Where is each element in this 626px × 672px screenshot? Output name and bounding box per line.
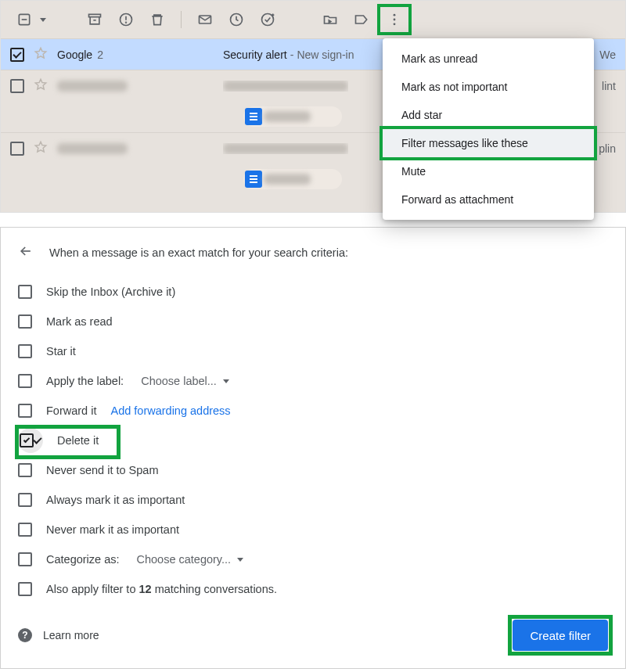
- archive-icon[interactable]: [81, 5, 109, 34]
- more-menu-popup: Mark as unread Mark as not important Add…: [383, 38, 594, 220]
- opt-never-important[interactable]: Never mark it as important: [18, 515, 608, 544]
- row-checkbox[interactable]: [10, 48, 24, 62]
- caret-down-icon: [223, 379, 229, 383]
- svg-point-11: [394, 14, 396, 16]
- back-arrow-icon[interactable]: [18, 243, 34, 261]
- mark-unread-icon[interactable]: [191, 5, 219, 34]
- add-forwarding-link[interactable]: Add forwarding address: [110, 404, 230, 417]
- svg-point-5: [126, 22, 127, 23]
- report-spam-icon[interactable]: [112, 5, 140, 34]
- opt-star[interactable]: Star it: [18, 336, 608, 366]
- action-toolbar: [1, 1, 625, 38]
- row-sender: Google 2: [57, 49, 214, 61]
- delete-icon[interactable]: [143, 5, 171, 34]
- subject-text: Security alert: [223, 49, 287, 61]
- checkbox[interactable]: [18, 493, 32, 507]
- opt-also-apply[interactable]: Also apply filter to 12 matching convers…: [18, 574, 608, 604]
- doc-attachment-chip[interactable]: [243, 169, 342, 189]
- star-icon[interactable]: [34, 46, 48, 63]
- row-tail: lint: [602, 80, 616, 92]
- separator: [181, 11, 182, 28]
- checkbox[interactable]: [18, 344, 32, 358]
- row-tail: plin: [599, 142, 616, 155]
- svg-point-13: [394, 23, 396, 25]
- menu-mark-not-important[interactable]: Mark as not important: [383, 73, 594, 101]
- snippet-text: New sign-in: [297, 49, 354, 61]
- checkbox[interactable]: [18, 552, 32, 566]
- svg-rect-2: [89, 14, 101, 16]
- filter-heading: When a message is an exact match for you…: [49, 246, 348, 259]
- labels-icon[interactable]: [347, 5, 376, 34]
- create-filter-dialog: When a message is an exact match for you…: [0, 227, 626, 669]
- select-dropdown[interactable]: [10, 5, 46, 34]
- row-tail: We: [599, 49, 616, 61]
- star-icon[interactable]: [34, 77, 48, 94]
- opt-never-spam[interactable]: Never send it to Spam: [18, 455, 608, 485]
- opt-skip-inbox[interactable]: Skip the Inbox (Archive it): [18, 277, 608, 307]
- checkbox[interactable]: [18, 463, 32, 477]
- checkbox[interactable]: [18, 374, 32, 388]
- menu-filter-messages[interactable]: Filter messages like these: [383, 129, 594, 157]
- opt-categorize[interactable]: Categorize as: Choose category...: [18, 544, 608, 574]
- menu-forward-attachment[interactable]: Forward as attachment: [383, 185, 594, 214]
- opt-always-important[interactable]: Always mark it as important: [18, 485, 608, 515]
- inbox-panel: Google 2 Security alert - New sign-in We…: [0, 0, 626, 213]
- select-checkbox-icon[interactable]: [10, 5, 38, 34]
- star-icon[interactable]: [34, 140, 48, 156]
- snooze-icon[interactable]: [222, 5, 250, 34]
- create-filter-button[interactable]: Create filter: [513, 620, 608, 651]
- menu-mark-unread[interactable]: Mark as unread: [383, 45, 594, 73]
- move-to-icon[interactable]: [316, 5, 344, 34]
- add-to-tasks-icon[interactable]: [254, 5, 282, 34]
- row-checkbox[interactable]: [10, 79, 24, 93]
- checkbox-checked[interactable]: [18, 428, 43, 453]
- opt-apply-label[interactable]: Apply the label: Choose label...: [18, 366, 608, 396]
- caret-down-icon: [40, 18, 46, 22]
- svg-point-12: [394, 19, 396, 21]
- doc-attachment-chip[interactable]: [243, 106, 342, 127]
- opt-forward[interactable]: Forward it Add forwarding address: [18, 396, 608, 426]
- learn-more[interactable]: ? Learn more: [18, 628, 99, 642]
- checkbox[interactable]: [18, 314, 32, 329]
- thread-count: 2: [97, 49, 103, 61]
- menu-mute[interactable]: Mute: [383, 157, 594, 185]
- category-dropdown[interactable]: Choose category...: [137, 553, 244, 566]
- also-apply-text: Also apply filter to 12 matching convers…: [46, 583, 277, 595]
- row-subject: Security alert - New sign-in: [223, 49, 354, 61]
- opt-mark-read[interactable]: Mark as read: [18, 307, 608, 336]
- google-doc-icon: [245, 171, 262, 188]
- checkbox[interactable]: [18, 523, 32, 537]
- checkbox[interactable]: [18, 404, 32, 418]
- caret-down-icon: [237, 558, 243, 562]
- label-dropdown[interactable]: Choose label...: [141, 375, 229, 387]
- help-icon: ?: [18, 628, 32, 642]
- opt-delete[interactable]: Delete it: [18, 426, 608, 455]
- checkbox[interactable]: [18, 582, 32, 596]
- more-menu-button[interactable]: [379, 5, 410, 34]
- checkbox[interactable]: [18, 285, 32, 299]
- menu-add-star[interactable]: Add star: [383, 101, 594, 129]
- sender-name: Google: [57, 49, 92, 61]
- google-doc-icon: [245, 108, 262, 125]
- row-checkbox[interactable]: [10, 142, 24, 156]
